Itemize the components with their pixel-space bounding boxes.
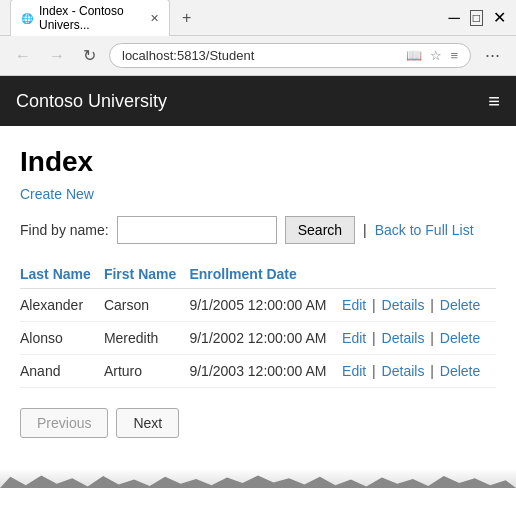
window-close-icon[interactable]: ✕ [493,8,506,27]
col-first-name: First Name [104,260,190,289]
action-sep: | [430,330,438,346]
bookmark-icon[interactable]: ☆ [430,48,442,63]
cell-actions: Edit | Details | Delete [342,289,496,322]
details-link[interactable]: Details [382,297,425,313]
cell-last-name: Alonso [20,322,104,355]
cell-first-name: Meredith [104,322,190,355]
cell-first-name: Arturo [104,355,190,388]
cell-enrollment-date: 9/1/2005 12:00:00 AM [189,289,342,322]
back-button[interactable]: ← [10,45,36,67]
action-sep: | [430,297,438,313]
cell-actions: Edit | Details | Delete [342,355,496,388]
window-maximize-icon[interactable]: □ [470,10,483,26]
edit-link[interactable]: Edit [342,363,366,379]
edit-link[interactable]: Edit [342,297,366,313]
app-title: Contoso University [16,91,167,112]
address-menu-icon[interactable]: ≡ [450,48,458,63]
page-title: Index [20,146,496,178]
cell-actions: Edit | Details | Delete [342,322,496,355]
pagination-row: Previous Next [20,408,496,438]
col-actions [342,260,496,289]
cell-first-name: Carson [104,289,190,322]
create-new-link[interactable]: Create New [20,186,496,202]
page-content: Index Create New Find by name: Search | … [0,126,516,468]
browser-menu-button[interactable]: ··· [479,43,506,68]
cell-last-name: Alexander [20,289,104,322]
col-last-name: Last Name [20,260,104,289]
delete-link[interactable]: Delete [440,363,480,379]
table-row: Anand Arturo 9/1/2003 12:00:00 AM Edit |… [20,355,496,388]
tab-close-icon[interactable]: ✕ [150,12,159,25]
action-sep: | [372,330,380,346]
address-bar[interactable]: localhost:5813/Student 📖 ☆ ≡ [109,43,471,68]
search-separator: | [363,222,367,238]
find-by-name-label: Find by name: [20,222,109,238]
cell-enrollment-date: 9/1/2002 12:00:00 AM [189,322,342,355]
app-header: Contoso University ≡ [0,76,516,126]
table-row: Alonso Meredith 9/1/2002 12:00:00 AM Edi… [20,322,496,355]
action-sep: | [372,297,380,313]
new-tab-button[interactable]: + [178,9,195,27]
window-minimize-icon[interactable]: ─ [448,9,459,27]
edit-link[interactable]: Edit [342,330,366,346]
next-button[interactable]: Next [116,408,179,438]
browser-tab[interactable]: 🌐 Index - Contoso Univers... ✕ [10,0,170,36]
refresh-button[interactable]: ↻ [78,44,101,67]
cell-enrollment-date: 9/1/2003 12:00:00 AM [189,355,342,388]
students-table: Last Name First Name Enrollment Date Ale… [20,260,496,388]
browser-toolbar: ← → ↻ localhost:5813/Student 📖 ☆ ≡ ··· [0,36,516,76]
col-enrollment-date: Enrollment Date [189,260,342,289]
delete-link[interactable]: Delete [440,297,480,313]
browser-titlebar: 🌐 Index - Contoso Univers... ✕ + ─ □ ✕ [0,0,516,36]
details-link[interactable]: Details [382,363,425,379]
action-sep: | [430,363,438,379]
cell-last-name: Anand [20,355,104,388]
address-bar-icons: 📖 ☆ ≡ [406,48,458,63]
search-input[interactable] [117,216,277,244]
delete-link[interactable]: Delete [440,330,480,346]
hamburger-menu-icon[interactable]: ≡ [488,90,500,113]
table-row: Alexander Carson 9/1/2005 12:00:00 AM Ed… [20,289,496,322]
search-button[interactable]: Search [285,216,355,244]
tab-title: Index - Contoso Univers... [39,4,138,32]
address-text: localhost:5813/Student [122,48,254,63]
search-row: Find by name: Search | Back to Full List [20,216,496,244]
reader-mode-icon[interactable]: 📖 [406,48,422,63]
details-link[interactable]: Details [382,330,425,346]
table-header-row: Last Name First Name Enrollment Date [20,260,496,289]
bottom-decoration [0,468,516,488]
previous-button[interactable]: Previous [20,408,108,438]
forward-button[interactable]: → [44,45,70,67]
action-sep: | [372,363,380,379]
tab-favicon-icon: 🌐 [21,13,33,24]
back-to-full-list-link[interactable]: Back to Full List [375,222,474,238]
